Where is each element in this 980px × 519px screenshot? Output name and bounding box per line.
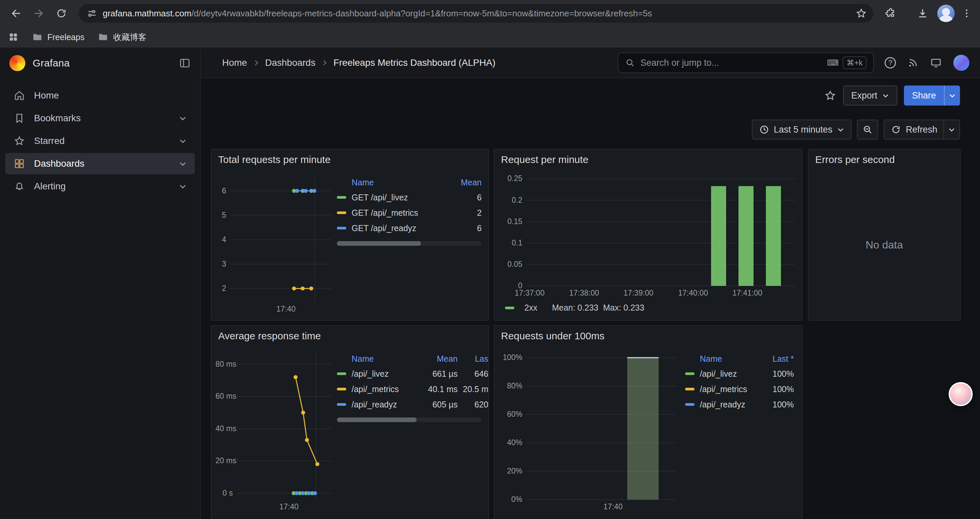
brand-title: Grafana: [33, 57, 70, 69]
series-swatch: [505, 307, 514, 309]
panel-title[interactable]: Errors per second: [808, 150, 960, 170]
panel-title[interactable]: Requests under 100ms: [494, 326, 802, 346]
time-controls: Last 5 minutes Refresh: [752, 120, 960, 140]
bookmarks-bar: Freeleaps 收藏博客: [0, 27, 980, 48]
user-avatar[interactable]: [953, 55, 969, 71]
zoom-out-button[interactable]: [857, 120, 878, 140]
download-icon: [916, 7, 929, 19]
sidebar-item-home[interactable]: Home: [5, 85, 195, 106]
sidebar-item-alerting[interactable]: Alerting: [5, 176, 195, 197]
legend-col-last[interactable]: Las: [458, 354, 488, 364]
panel-title[interactable]: Average response time: [212, 326, 488, 346]
legend-col-name[interactable]: Name: [337, 178, 448, 187]
total-requests-chart[interactable]: 6543217:40: [215, 171, 334, 314]
legend-col-name[interactable]: Name: [337, 354, 416, 364]
under-100ms-chart[interactable]: 100%80%60%40%20%0%17:40: [500, 347, 678, 512]
refresh-button[interactable]: Refresh: [884, 120, 960, 140]
assistant-avatar[interactable]: [949, 382, 973, 406]
sidebar-item-label: Alerting: [34, 181, 66, 192]
bookmark-icon: [13, 112, 25, 124]
sidebar-item-bookmarks[interactable]: Bookmarks: [5, 107, 195, 129]
chevron-down-icon[interactable]: [179, 137, 187, 145]
time-range-picker[interactable]: Last 5 minutes: [752, 120, 852, 140]
panel-title[interactable]: Request per minute: [494, 150, 802, 170]
sidebar-item-starred[interactable]: Starred: [5, 130, 195, 152]
kebab-menu-icon: [961, 8, 972, 19]
panel-average-response-time: Average response time 80 ms60 ms40 ms20 …: [211, 325, 489, 519]
breadcrumb-dashboards[interactable]: Dashboards: [265, 57, 315, 68]
chevron-down-icon: [948, 126, 955, 133]
series-last: 100%: [758, 369, 794, 379]
series-name[interactable]: GET /api/_readyz: [352, 224, 448, 233]
series-name[interactable]: GET /api/_livez: [352, 193, 448, 203]
back-button[interactable]: [5, 3, 27, 24]
panel-title[interactable]: Total requests per minute: [212, 150, 488, 170]
legend-scrollbar: [337, 417, 482, 422]
omnibox[interactable]: grafana.mathmast.com/d/deytv4rwavabkb/fr…: [79, 4, 873, 23]
scrollbar-thumb[interactable]: [337, 417, 417, 422]
average-response-chart[interactable]: 80 ms60 ms40 ms20 ms0 s17:40: [215, 347, 334, 512]
series-name[interactable]: /api/_readyz: [700, 400, 758, 409]
series-swatch: [337, 211, 346, 214]
legend-col-last[interactable]: Last *: [758, 354, 794, 364]
series-name[interactable]: /api/_metrics: [700, 385, 758, 394]
bookmark-star-icon[interactable]: [855, 7, 867, 19]
search-input[interactable]: Search or jump to... ⌨ ⌘+k: [618, 53, 874, 73]
request-per-minute-chart[interactable]: 0.250.20.150.10.05017:37:0017:38:0017:39…: [500, 170, 798, 298]
search-icon: [625, 58, 635, 68]
legend-scrollbar: [337, 241, 482, 246]
refresh-interval-button[interactable]: [943, 120, 959, 139]
grafana-logo[interactable]: [10, 55, 25, 71]
bookmark-item-freeleaps[interactable]: Freeleaps: [32, 32, 84, 42]
series-name[interactable]: /api/_readyz: [352, 400, 416, 409]
bookmark-item-blog[interactable]: 收藏博客: [98, 32, 146, 43]
scrollbar-thumb[interactable]: [337, 241, 421, 246]
legend-col-mean[interactable]: Mean: [416, 354, 458, 364]
grafana-sidebar: Grafana Home Bookmarks Starred: [0, 48, 201, 519]
series-last: 646: [458, 369, 488, 379]
extensions-button[interactable]: [880, 3, 901, 24]
series-swatch: [685, 372, 694, 375]
breadcrumb: Home Dashboards Freeleaps Metrics Dashbo…: [222, 57, 495, 68]
search-shortcut: ⌘+k: [843, 56, 867, 69]
help-icon[interactable]: ?: [885, 57, 896, 69]
legend-row: GET /api/_metrics 2: [337, 205, 482, 220]
series-name[interactable]: /api/_livez: [352, 369, 416, 379]
no-data-message: No data: [808, 170, 960, 320]
series-name[interactable]: 2xx: [524, 303, 538, 313]
sidebar-item-label: Starred: [34, 136, 65, 146]
share-button[interactable]: Share: [904, 86, 944, 105]
series-last: 100%: [758, 400, 794, 409]
series-name[interactable]: /api/_livez: [700, 369, 758, 379]
chevron-down-icon: [882, 92, 889, 99]
news-rss-icon[interactable]: [907, 57, 919, 69]
series-mean: 605 µs: [416, 400, 458, 409]
downloads-button[interactable]: [912, 3, 933, 24]
sidebar-collapse-button[interactable]: [179, 57, 191, 69]
series-name[interactable]: /api/_metrics: [352, 385, 416, 394]
series-name[interactable]: GET /api/_metrics: [352, 208, 448, 218]
monitor-icon[interactable]: [930, 57, 942, 69]
browser-menu-button[interactable]: [959, 3, 975, 24]
share-menu-button[interactable]: [944, 86, 960, 105]
refresh-label: Refresh: [905, 125, 937, 135]
chevron-down-icon[interactable]: [179, 182, 187, 190]
legend-col-name[interactable]: Name: [685, 354, 758, 364]
sidebar-item-dashboards[interactable]: Dashboards: [5, 153, 195, 174]
legend-col-mean[interactable]: Mean: [448, 178, 482, 187]
site-settings-icon[interactable]: [87, 8, 97, 19]
favorite-star-icon[interactable]: [824, 89, 837, 102]
breadcrumb-current: Freeleaps Metrics Dashboard (ALPHA): [334, 57, 496, 68]
url-domain: grafana.mathmast.com: [103, 8, 191, 18]
chevron-down-icon[interactable]: [179, 114, 187, 122]
reload-button[interactable]: [51, 3, 72, 24]
chevron-down-icon[interactable]: [179, 160, 187, 168]
forward-button[interactable]: [28, 3, 49, 24]
legend-row: /api/_readyz 100%: [685, 397, 794, 412]
star-icon: [13, 135, 25, 147]
browser-profile-avatar[interactable]: [937, 5, 955, 22]
bookmark-label: 收藏博客: [113, 32, 146, 43]
apps-grid-icon[interactable]: [8, 32, 19, 42]
export-button[interactable]: Export: [843, 86, 897, 105]
breadcrumb-home[interactable]: Home: [222, 57, 247, 68]
